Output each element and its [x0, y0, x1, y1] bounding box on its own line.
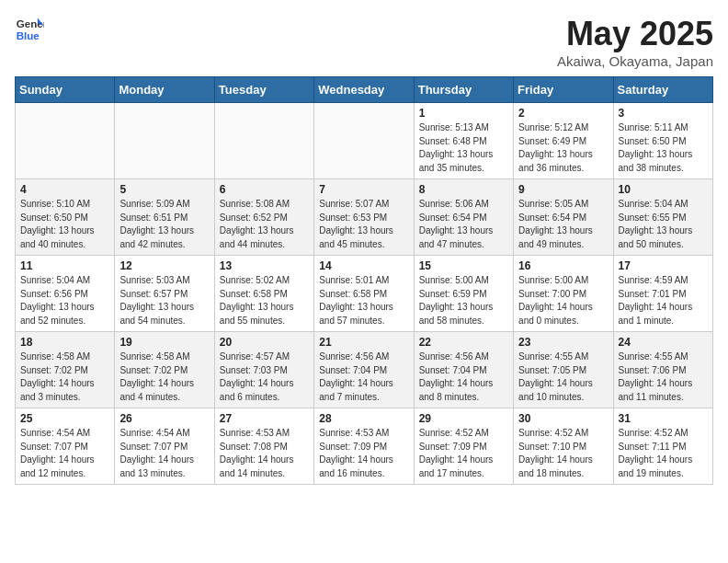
day-number: 15	[419, 259, 508, 272]
day-cell: 31Sunrise: 4:52 AM Sunset: 7:11 PM Dayli…	[613, 408, 712, 485]
day-cell: 28Sunrise: 4:53 AM Sunset: 7:09 PM Dayli…	[314, 408, 414, 485]
day-number: 27	[220, 412, 309, 425]
page-header: General Blue May 2025 Akaiwa, Okayama, J…	[15, 15, 713, 69]
day-cell: 22Sunrise: 4:56 AM Sunset: 7:04 PM Dayli…	[414, 332, 513, 408]
day-number: 21	[319, 336, 408, 349]
day-cell: 21Sunrise: 4:56 AM Sunset: 7:04 PM Dayli…	[314, 332, 414, 408]
day-info: Sunrise: 4:53 AM Sunset: 7:08 PM Dayligh…	[220, 427, 309, 480]
weekday-header-saturday: Saturday	[613, 77, 712, 103]
day-cell: 13Sunrise: 5:02 AM Sunset: 6:58 PM Dayli…	[214, 256, 313, 332]
day-info: Sunrise: 4:57 AM Sunset: 7:03 PM Dayligh…	[220, 350, 309, 404]
day-cell: 29Sunrise: 4:52 AM Sunset: 7:09 PM Dayli…	[414, 408, 513, 485]
day-number: 7	[319, 183, 408, 196]
week-row-4: 18Sunrise: 4:58 AM Sunset: 7:02 PM Dayli…	[16, 332, 713, 408]
day-info: Sunrise: 5:11 AM Sunset: 6:50 PM Dayligh…	[619, 121, 708, 175]
day-cell: 30Sunrise: 4:52 AM Sunset: 7:10 PM Dayli…	[514, 408, 613, 485]
day-info: Sunrise: 5:10 AM Sunset: 6:50 PM Dayligh…	[20, 198, 109, 251]
day-info: Sunrise: 5:03 AM Sunset: 6:57 PM Dayligh…	[119, 274, 209, 327]
day-number: 23	[518, 336, 608, 349]
day-number: 16	[518, 259, 608, 272]
svg-text:General: General	[17, 18, 44, 29]
day-cell: 11Sunrise: 5:04 AM Sunset: 6:56 PM Dayli…	[16, 256, 115, 332]
day-info: Sunrise: 5:00 AM Sunset: 7:00 PM Dayligh…	[518, 274, 608, 327]
day-info: Sunrise: 4:59 AM Sunset: 7:01 PM Dayligh…	[619, 274, 708, 327]
day-info: Sunrise: 4:55 AM Sunset: 7:06 PM Dayligh…	[619, 350, 708, 404]
calendar-table: SundayMondayTuesdayWednesdayThursdayFrid…	[15, 76, 713, 485]
day-cell: 18Sunrise: 4:58 AM Sunset: 7:02 PM Dayli…	[16, 332, 115, 408]
day-cell: 23Sunrise: 4:55 AM Sunset: 7:05 PM Dayli…	[514, 332, 613, 408]
week-row-5: 25Sunrise: 4:54 AM Sunset: 7:07 PM Dayli…	[16, 408, 713, 485]
weekday-header-wednesday: Wednesday	[314, 77, 414, 103]
day-number: 30	[518, 412, 608, 425]
day-info: Sunrise: 5:07 AM Sunset: 6:53 PM Dayligh…	[319, 198, 408, 251]
weekday-header-row: SundayMondayTuesdayWednesdayThursdayFrid…	[16, 77, 713, 103]
day-cell: 17Sunrise: 4:59 AM Sunset: 7:01 PM Dayli…	[613, 256, 712, 332]
weekday-header-friday: Friday	[514, 77, 613, 103]
day-number: 29	[419, 412, 508, 425]
day-info: Sunrise: 5:00 AM Sunset: 6:59 PM Dayligh…	[419, 274, 508, 327]
day-number: 31	[619, 412, 708, 425]
day-cell: 5Sunrise: 5:09 AM Sunset: 6:51 PM Daylig…	[115, 179, 214, 256]
day-cell: 15Sunrise: 5:00 AM Sunset: 6:59 PM Dayli…	[414, 256, 513, 332]
day-cell: 10Sunrise: 5:04 AM Sunset: 6:55 PM Dayli…	[613, 179, 712, 256]
day-cell: 14Sunrise: 5:01 AM Sunset: 6:58 PM Dayli…	[314, 256, 414, 332]
day-number: 12	[119, 259, 209, 272]
day-info: Sunrise: 5:04 AM Sunset: 6:56 PM Dayligh…	[20, 274, 109, 327]
day-cell: 16Sunrise: 5:00 AM Sunset: 7:00 PM Dayli…	[514, 256, 613, 332]
day-info: Sunrise: 4:58 AM Sunset: 7:02 PM Dayligh…	[119, 350, 209, 404]
day-number: 22	[419, 336, 508, 349]
day-number: 25	[20, 412, 109, 425]
day-number: 14	[319, 259, 408, 272]
day-info: Sunrise: 4:54 AM Sunset: 7:07 PM Dayligh…	[20, 427, 109, 480]
day-cell: 20Sunrise: 4:57 AM Sunset: 7:03 PM Dayli…	[214, 332, 313, 408]
weekday-header-tuesday: Tuesday	[214, 77, 313, 103]
day-number: 5	[119, 183, 209, 196]
day-cell: 2Sunrise: 5:12 AM Sunset: 6:49 PM Daylig…	[514, 103, 613, 179]
day-number: 8	[419, 183, 508, 196]
day-cell: 1Sunrise: 5:13 AM Sunset: 6:48 PM Daylig…	[414, 103, 513, 179]
day-info: Sunrise: 5:01 AM Sunset: 6:58 PM Dayligh…	[319, 274, 408, 327]
day-info: Sunrise: 5:13 AM Sunset: 6:48 PM Dayligh…	[419, 121, 508, 175]
day-cell: 26Sunrise: 4:54 AM Sunset: 7:07 PM Dayli…	[115, 408, 214, 485]
day-number: 10	[619, 183, 708, 196]
week-row-2: 4Sunrise: 5:10 AM Sunset: 6:50 PM Daylig…	[16, 179, 713, 256]
logo: General Blue	[15, 15, 44, 44]
logo-icon: General Blue	[15, 15, 44, 44]
day-info: Sunrise: 4:52 AM Sunset: 7:11 PM Dayligh…	[619, 427, 708, 480]
month-title: May 2025	[557, 15, 713, 53]
day-info: Sunrise: 5:08 AM Sunset: 6:52 PM Dayligh…	[220, 198, 309, 251]
day-number: 11	[20, 259, 109, 272]
day-cell	[115, 103, 214, 179]
day-cell: 25Sunrise: 4:54 AM Sunset: 7:07 PM Dayli…	[16, 408, 115, 485]
day-info: Sunrise: 4:53 AM Sunset: 7:09 PM Dayligh…	[319, 427, 408, 480]
day-info: Sunrise: 5:05 AM Sunset: 6:54 PM Dayligh…	[518, 198, 608, 251]
day-number: 20	[220, 336, 309, 349]
day-cell: 7Sunrise: 5:07 AM Sunset: 6:53 PM Daylig…	[314, 179, 414, 256]
location: Akaiwa, Okayama, Japan	[557, 53, 713, 69]
day-cell: 6Sunrise: 5:08 AM Sunset: 6:52 PM Daylig…	[214, 179, 313, 256]
day-cell: 24Sunrise: 4:55 AM Sunset: 7:06 PM Dayli…	[613, 332, 712, 408]
day-cell	[16, 103, 115, 179]
weekday-header-sunday: Sunday	[16, 77, 115, 103]
day-cell: 9Sunrise: 5:05 AM Sunset: 6:54 PM Daylig…	[514, 179, 613, 256]
title-block: May 2025 Akaiwa, Okayama, Japan	[557, 15, 713, 69]
day-info: Sunrise: 4:56 AM Sunset: 7:04 PM Dayligh…	[319, 350, 408, 404]
day-cell: 19Sunrise: 4:58 AM Sunset: 7:02 PM Dayli…	[115, 332, 214, 408]
day-info: Sunrise: 5:09 AM Sunset: 6:51 PM Dayligh…	[119, 198, 209, 251]
day-cell: 3Sunrise: 5:11 AM Sunset: 6:50 PM Daylig…	[613, 103, 712, 179]
day-info: Sunrise: 4:54 AM Sunset: 7:07 PM Dayligh…	[119, 427, 209, 480]
day-cell: 8Sunrise: 5:06 AM Sunset: 6:54 PM Daylig…	[414, 179, 513, 256]
svg-text:Blue: Blue	[17, 30, 40, 41]
day-info: Sunrise: 5:06 AM Sunset: 6:54 PM Dayligh…	[419, 198, 508, 251]
day-number: 13	[220, 259, 309, 272]
day-info: Sunrise: 4:56 AM Sunset: 7:04 PM Dayligh…	[419, 350, 508, 404]
day-cell: 12Sunrise: 5:03 AM Sunset: 6:57 PM Dayli…	[115, 256, 214, 332]
week-row-3: 11Sunrise: 5:04 AM Sunset: 6:56 PM Dayli…	[16, 256, 713, 332]
day-number: 26	[119, 412, 209, 425]
day-info: Sunrise: 4:58 AM Sunset: 7:02 PM Dayligh…	[20, 350, 109, 404]
day-number: 19	[119, 336, 209, 349]
day-number: 9	[518, 183, 608, 196]
day-number: 24	[619, 336, 708, 349]
day-number: 3	[619, 107, 708, 120]
weekday-header-thursday: Thursday	[414, 77, 513, 103]
